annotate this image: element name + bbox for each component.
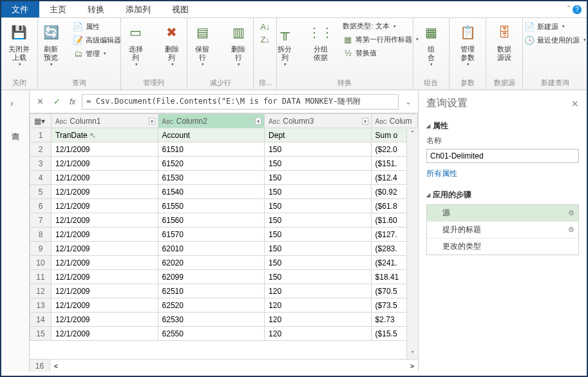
cell[interactable]: 12/1/2009 xyxy=(52,242,158,256)
cell[interactable]: 150 xyxy=(265,199,371,213)
cell[interactable]: 12/1/2009 xyxy=(52,157,158,171)
close-and-load-button[interactable]: 💾 关闭并 上载 ▾ xyxy=(4,21,35,77)
recent-sources-button[interactable]: 🕓最近使用的源▾ xyxy=(523,34,587,46)
cell[interactable]: 62520 xyxy=(158,298,264,313)
data-grid[interactable]: ▦▾ ABCColumn1▾ ABCColumn2▾ ABCColumn3▾ A… xyxy=(30,113,418,372)
advanced-editor-button[interactable]: 📝高级编辑器 xyxy=(71,34,122,46)
ribbon-collapse-button[interactable]: ˆ ? xyxy=(562,1,587,17)
gear-icon[interactable]: ⚙ xyxy=(568,209,574,217)
all-properties-link[interactable]: 所有属性 xyxy=(426,169,457,178)
section-header[interactable]: 应用的步骤 xyxy=(426,189,579,200)
manage-params-button[interactable]: 📋 管理 参数 ▾ xyxy=(452,21,483,77)
scroll-left-icon[interactable]: < xyxy=(50,362,62,370)
cell[interactable]: 62550 xyxy=(158,327,264,341)
column-header[interactable]: ABCColumn3▾ xyxy=(265,114,371,128)
table-row[interactable]: 812/1/200961570150($127. xyxy=(30,227,418,242)
formula-confirm-button[interactable]: ✓ xyxy=(50,95,63,108)
cell[interactable]: 120 xyxy=(265,327,371,341)
table-row[interactable]: 1212/1/200962510120($70.5 xyxy=(30,284,418,298)
table-row[interactable]: 412/1/200961530150($12.4 xyxy=(30,171,418,185)
cell[interactable]: 150 xyxy=(265,171,371,185)
column-header[interactable]: ABCColumn2▾ xyxy=(158,114,264,128)
table-row[interactable]: 712/1/200961560150($1.60 xyxy=(30,213,418,227)
combine-button[interactable]: ▦ 组 合 ▾ xyxy=(415,21,446,77)
column-header[interactable]: ABCColumn1▾ xyxy=(52,114,158,128)
table-row[interactable]: 1012/1/200962020150($241. xyxy=(30,256,418,270)
cell[interactable]: 62510 xyxy=(158,284,264,298)
scroll-down-icon[interactable]: ˇ xyxy=(410,349,415,359)
cell[interactable]: 12/1/2009 xyxy=(52,199,158,213)
cell[interactable]: 12/1/2009 xyxy=(52,213,158,227)
cell[interactable]: 120 xyxy=(265,284,371,298)
cell[interactable]: 61560 xyxy=(158,213,264,227)
cell[interactable]: 61520 xyxy=(158,157,264,171)
table-row[interactable]: 912/1/200962010150($283. xyxy=(30,242,418,256)
cell[interactable]: 62020 xyxy=(158,256,264,270)
tab-home[interactable]: 主页 xyxy=(39,1,77,17)
table-row[interactable]: 1TranDate ↖AccountDeptSum o xyxy=(30,128,418,142)
manage-button[interactable]: 🗂管理▾ xyxy=(71,48,122,59)
horizontal-scrollbar[interactable]: 16 < > xyxy=(30,359,418,372)
cell[interactable]: 61530 xyxy=(158,171,264,185)
section-header[interactable]: 属性 xyxy=(426,121,579,131)
filter-icon[interactable]: ▾ xyxy=(255,117,261,124)
cell[interactable]: Account xyxy=(158,128,264,142)
table-row[interactable]: 1512/1/200962550120($15.5 xyxy=(30,327,418,341)
split-column-button[interactable]: ╥ 拆分 列 ▾ xyxy=(269,21,300,77)
filter-icon[interactable]: ▾ xyxy=(362,117,368,124)
refresh-preview-button[interactable]: 🔄 刷新 预览 ▾ xyxy=(35,21,66,77)
cell[interactable]: 150 xyxy=(265,227,371,242)
cell[interactable]: 12/1/2009 xyxy=(52,284,158,298)
remove-rows-button[interactable]: ▥ 删除 行 ▾ xyxy=(223,21,254,77)
filter-icon[interactable]: ▾ xyxy=(149,117,155,124)
cell[interactable]: 61550 xyxy=(158,199,264,213)
cell[interactable]: 150 xyxy=(265,242,371,256)
cell[interactable]: 12/1/2009 xyxy=(52,142,158,157)
remove-columns-button[interactable]: ✖ 删除 列 ▾ xyxy=(156,21,187,77)
table-row[interactable]: 512/1/200961540150($0.92 xyxy=(30,185,418,199)
new-source-button[interactable]: 📄新建源▾ xyxy=(523,21,587,32)
cell[interactable]: 150 xyxy=(265,157,371,171)
query-name-input[interactable] xyxy=(426,149,579,163)
cell[interactable]: 120 xyxy=(265,313,371,327)
scroll-up-icon[interactable]: ˆ xyxy=(410,129,415,139)
cell[interactable]: 150 xyxy=(265,270,371,284)
fx-icon[interactable]: fx xyxy=(67,97,78,106)
cell[interactable]: 62099 xyxy=(158,270,264,284)
cell[interactable]: 62010 xyxy=(158,242,264,256)
cell[interactable]: 12/1/2009 xyxy=(52,313,158,327)
vertical-scrollbar[interactable]: ˆ ˇ xyxy=(406,129,418,359)
cell[interactable]: 62530 xyxy=(158,313,264,327)
cell[interactable]: 12/1/2009 xyxy=(52,171,158,185)
table-row[interactable]: 212/1/200961510150($22.0 xyxy=(30,142,418,157)
tab-transform[interactable]: 转换 xyxy=(77,1,115,17)
cell[interactable]: Dept xyxy=(265,128,371,142)
applied-step[interactable]: 源⚙ xyxy=(427,205,578,222)
tab-add-column[interactable]: 添加列 xyxy=(115,1,162,17)
cell[interactable]: 120 xyxy=(265,298,371,313)
cell[interactable]: 150 xyxy=(265,185,371,199)
cell[interactable]: 150 xyxy=(265,256,371,270)
table-row[interactable]: 312/1/200961520150($151. xyxy=(30,157,418,171)
select-all-cell[interactable]: ▦▾ xyxy=(30,114,52,128)
use-first-row-headers-button[interactable]: ▦将第一行用作标题▾ xyxy=(341,34,420,45)
datasource-settings-button[interactable]: 🗄 数据 源设 xyxy=(489,21,520,77)
table-row[interactable]: 612/1/200961550150($61.8 xyxy=(30,199,418,213)
queries-rail[interactable]: › 查询 xyxy=(1,90,30,372)
data-type-button[interactable]: 数据类型: 文本▾ xyxy=(341,21,420,32)
formula-expand-button[interactable]: ⌄ xyxy=(403,97,414,106)
table-row[interactable]: 1112/1/200962099150$18.41 xyxy=(30,270,418,284)
column-header[interactable]: ABCColum xyxy=(371,114,417,128)
formula-cancel-button[interactable]: ✕ xyxy=(33,95,46,108)
cell[interactable]: 61570 xyxy=(158,227,264,242)
table-row[interactable]: 1412/1/200962530120$2.73 xyxy=(30,313,418,327)
cell[interactable]: 61540 xyxy=(158,185,264,199)
cell[interactable]: 150 xyxy=(265,213,371,227)
tab-view[interactable]: 视图 xyxy=(162,1,200,17)
properties-button[interactable]: 📄属性 xyxy=(71,21,122,32)
cell[interactable]: 12/1/2009 xyxy=(52,227,158,242)
formula-input[interactable] xyxy=(82,94,399,110)
replace-values-button[interactable]: ½替换值 xyxy=(341,47,420,59)
close-icon[interactable]: ✕ xyxy=(571,99,579,109)
cell[interactable]: 12/1/2009 xyxy=(52,327,158,341)
